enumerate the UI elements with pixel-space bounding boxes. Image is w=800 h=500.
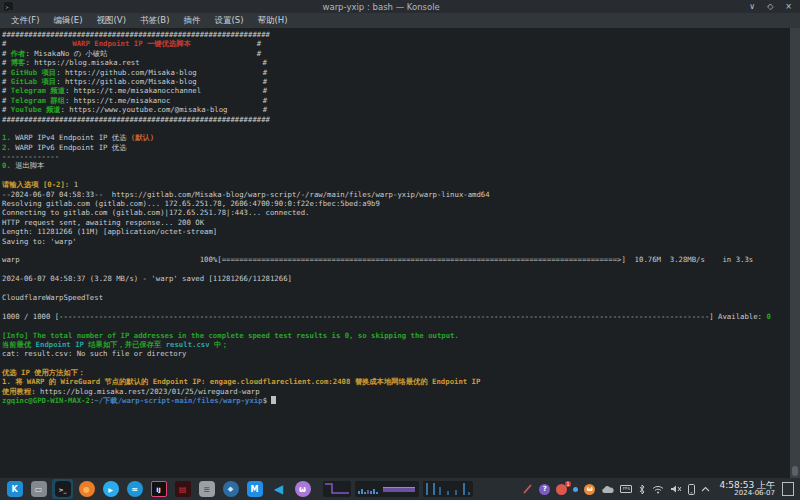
bluetooth-icon[interactable] — [638, 484, 646, 495]
taskbar: K▭>_●▶≈IJ▤≡◆M◀ω — [0, 478, 800, 500]
task-preview-2[interactable] — [355, 481, 419, 497]
fps-monitor-icon-label: FPS — [620, 485, 632, 493]
taskbar-app-blue-globe-app[interactable]: ◆ — [220, 479, 241, 499]
status-dot-icon[interactable] — [573, 487, 578, 492]
vscode-icon: ◀ — [271, 481, 287, 497]
minimize-button[interactable]: ∨ — [749, 0, 755, 13]
taskbar-app-file-manager[interactable]: ▭ — [28, 479, 49, 499]
terminal-line: 当前最优 Endpoint IP 结果如下，并已保存至 result.csv 中… — [2, 340, 790, 349]
fps-monitor-icon[interactable]: FPS — [620, 485, 632, 493]
terminal-line: 1. 将 WARP 的 WireGuard 节点的默认的 Endpoint IP… — [2, 377, 790, 386]
task-preview-1[interactable] — [323, 481, 351, 497]
terminal-text-segment: 1. — [2, 133, 11, 142]
terminal-line: 1000 / 1000 [---------------------------… — [2, 312, 790, 321]
show-desktop-button[interactable] — [782, 482, 794, 496]
terminal-text-segment: GitHub 项目 — [11, 68, 56, 77]
status-dot-icon-dot — [573, 487, 578, 492]
terminal-text-segment: Saving to: 'warp' — [2, 237, 77, 246]
taskbar-app-telegram[interactable]: ▶ — [100, 479, 121, 499]
terminal-line: 2024-06-07 04:58:37 (3.28 MB/s) - 'warp'… — [2, 274, 790, 283]
close-button[interactable]: × — [785, 0, 792, 13]
terminal-line: warp 100%[==============================… — [2, 255, 790, 264]
taskbar-app-red-grid-app[interactable]: ▤ — [172, 479, 193, 499]
terminal-text-segment: : https://blog.misaka.rest # — [25, 58, 267, 67]
terminal-text-segment: [Info] The total number of IP addresses … — [2, 331, 459, 340]
phone-link-icon[interactable] — [688, 484, 695, 495]
terminal-text-segment: # — [2, 77, 11, 86]
menubar: 文件(F)编辑(E)视图(V)书签(B)插件设置(S)帮助(H) — [0, 13, 800, 28]
terminal-line: Resolving gitlab.com (gitlab.com)... 172… — [2, 199, 790, 208]
red-grid-app-icon: ▤ — [175, 481, 191, 497]
terminal-output[interactable]: ########################################… — [0, 28, 790, 478]
taskbar-app-vscode[interactable]: ◀ — [268, 479, 289, 499]
terminal-line — [2, 284, 790, 293]
terminal-line: [Info] The total number of IP addresses … — [2, 331, 790, 340]
taskbar-widgets — [323, 481, 473, 497]
terminal-text-segment: 请输入选项 [0-2]: — [2, 180, 69, 189]
scrollbar-thumb[interactable] — [792, 466, 798, 476]
menu-item-2[interactable]: 视图(V) — [90, 13, 133, 28]
taskbar-app-konsole[interactable]: >_ — [52, 479, 73, 499]
taskbar-app-cat-proxy-app[interactable]: ω — [292, 479, 313, 499]
menu-item-4[interactable]: 插件 — [176, 13, 207, 28]
terminal-text-segment: # — [2, 58, 11, 67]
terminal-text-segment: : MisakaNo の 小破站 # — [25, 49, 261, 58]
terminal-text-segment: 2024-06-07 04:58:37 (3.28 MB/s) - 'warp'… — [2, 274, 292, 283]
taskbar-app-kde-launcher[interactable]: K — [4, 479, 25, 499]
taskbar-app-motrix[interactable]: M — [244, 479, 265, 499]
terminal-line: 使用教程: https://blog.misaka.rest/2023/01/2… — [2, 387, 790, 396]
motrix-icon: M — [247, 481, 263, 497]
terminal-text-segment: : https://github.com/Misaka-blog # — [56, 68, 267, 77]
system-tray: ?1ωFPS — [523, 484, 710, 495]
terminal-text-segment: GitLab 项目 — [11, 77, 56, 86]
terminal-text-segment: Telegram 频道 — [11, 86, 65, 95]
blue-globe-app-icon: ◆ — [223, 481, 239, 497]
terminal-text-segment: 0 — [766, 312, 770, 321]
wifi-icon[interactable] — [652, 485, 664, 494]
taskbar-clock[interactable]: 4:58:53 上午 2024-06-07 — [719, 481, 775, 498]
task-preview-3[interactable] — [423, 481, 473, 497]
desktop: >_ warp-yxip : bash — Konsole ∨ ◇ × 文件(F… — [0, 0, 800, 500]
tray-expander-icon[interactable] — [701, 486, 710, 492]
terminal-text-segment: 退出脚本 — [11, 161, 45, 170]
terminal-text-segment: Endpoint IP — [36, 340, 84, 349]
terminal-line: # GitLab 项目: https://gitlab.com/Misaka-b… — [2, 77, 790, 86]
menu-item-5[interactable]: 设置(S) — [207, 13, 250, 28]
terminal-text-segment: Telegram 群组 — [11, 96, 65, 105]
terminal-scrollbar[interactable] — [790, 28, 800, 478]
terminal-line: Saving to: 'warp' — [2, 237, 790, 246]
taskbar-app-firefox[interactable]: ● — [76, 479, 97, 499]
terminal-line — [2, 302, 790, 311]
menu-item-6[interactable]: 帮助(H) — [251, 13, 295, 28]
terminal-line — [2, 246, 790, 255]
taskbar-app-document-app[interactable]: ≡ — [196, 479, 217, 499]
menu-item-0[interactable]: 文件(F) — [4, 13, 47, 28]
clash-cat-icon[interactable]: ω — [584, 484, 595, 495]
cloud-sync-icon[interactable] — [601, 485, 614, 494]
menu-item-1[interactable]: 编辑(E) — [47, 13, 90, 28]
terminal-text-segment: YouTube 频道 — [11, 105, 61, 114]
terminal-text-segment: 中； — [210, 340, 229, 349]
terminal-text-segment: 作者 — [11, 49, 26, 58]
taskbar-app-bird-messenger[interactable]: ≈ — [124, 479, 145, 499]
stylus-icon[interactable] — [523, 484, 533, 494]
window-title: warp-yxip : bash — Konsole — [13, 2, 749, 12]
notification-app-icon[interactable]: 1 — [556, 484, 567, 495]
terminal-text-segment: : https://t.me/misakanoc # — [65, 96, 267, 105]
cat-proxy-app-icon: ω — [295, 481, 311, 497]
terminal-text-segment: # — [191, 39, 261, 48]
terminal-text-segment: 当前最优 — [2, 340, 36, 349]
terminal-line: # YouTube 频道: https://www.youtube.com/@m… — [2, 105, 790, 114]
menu-item-3[interactable]: 书签(B) — [133, 13, 176, 28]
window-titlebar[interactable]: >_ warp-yxip : bash — Konsole ∨ ◇ × — [0, 0, 800, 13]
help-indicator-icon[interactable]: ? — [539, 484, 550, 495]
terminal-text-segment: warp 100%[==============================… — [2, 255, 753, 264]
terminal-text-segment: 0. — [2, 161, 11, 170]
terminal-line: ------------- — [2, 152, 790, 161]
terminal-text-segment: zgqinc@GPD-WIN-MAX-2 — [2, 396, 90, 405]
bird-messenger-icon: ≈ — [127, 481, 143, 497]
maximize-button[interactable]: ◇ — [767, 0, 773, 13]
taskbar-app-intellij-idea[interactable]: IJ — [148, 479, 169, 499]
terminal-cursor — [271, 396, 276, 404]
volume-muted-icon[interactable] — [670, 484, 682, 494]
